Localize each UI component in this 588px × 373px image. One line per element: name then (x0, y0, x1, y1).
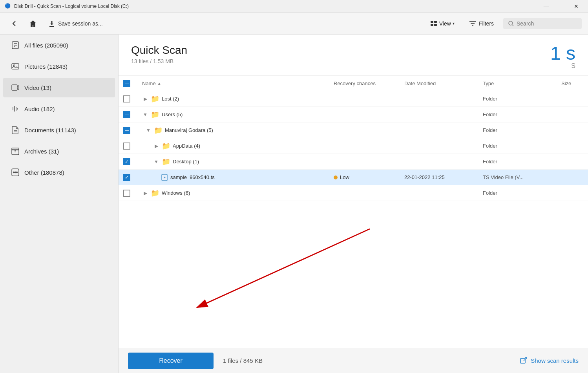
row-windows-checkbox[interactable] (123, 190, 130, 197)
row-desktop-checkbox-cell[interactable] (119, 156, 137, 168)
toolbar-right: View ▾ Filters (425, 17, 582, 30)
row-sample-name-cell[interactable]: sample_960x540.ts (137, 172, 329, 183)
bottom-bar: Recover 1 files / 845 KB Show scan resul… (119, 348, 588, 373)
expand-arrow-icon[interactable]: ▼ (142, 112, 148, 117)
row-appdata-name-cell[interactable]: ▶ 📁 AppData (4) (137, 139, 329, 153)
svg-rect-3 (434, 24, 437, 26)
header-name[interactable]: Name ▲ (137, 76, 329, 91)
row-desktop-checkbox[interactable] (123, 158, 130, 165)
files-count: 1 files / 845 KB (223, 357, 510, 364)
view-button[interactable]: View ▾ (425, 17, 459, 30)
row-windows-date (400, 191, 478, 196)
back-button[interactable] (6, 17, 22, 30)
search-box (503, 18, 582, 29)
minimize-button[interactable]: — (539, 3, 554, 9)
sidebar-item-pictures[interactable]: Pictures (12843) (3, 57, 115, 76)
sort-arrow-icon: ▲ (157, 81, 161, 86)
row-users-date (400, 112, 478, 117)
row-manuviraj-checkbox[interactable] (123, 127, 130, 134)
header-type: Type (478, 76, 557, 91)
main-layout: All files (205090) Pictures (12843) Vide… (0, 35, 588, 373)
header-name-label: Name (142, 80, 156, 86)
expand-arrow-icon[interactable]: ▼ (145, 128, 152, 133)
row-lost-checkbox-cell[interactable] (119, 93, 137, 105)
row-sample-checkbox-cell[interactable] (119, 172, 137, 183)
row-users-checkbox[interactable] (123, 111, 130, 118)
content-header-left: Quick Scan 13 files / 1.53 MB (131, 44, 187, 64)
save-session-button[interactable]: Save session as... (44, 17, 107, 30)
home-icon (29, 20, 37, 27)
svg-rect-0 (431, 21, 433, 23)
select-all-checkbox[interactable] (123, 80, 130, 87)
scan-count-label: S (550, 63, 575, 69)
title-bar-text: Disk Drill - Quick Scan - Logical volume… (14, 4, 129, 9)
expand-arrow-icon[interactable]: ▼ (153, 159, 159, 165)
filters-button[interactable]: Filters (464, 17, 499, 30)
row-appdata-checkbox[interactable] (123, 143, 130, 150)
home-button[interactable] (25, 17, 41, 30)
expand-arrow-icon[interactable]: ▶ (153, 143, 159, 149)
pictures-label: Pictures (12843) (24, 63, 68, 70)
video-label: Video (13) (24, 84, 51, 91)
expand-arrow-icon[interactable]: ▶ (142, 190, 148, 196)
row-lost-name-cell[interactable]: ▶ 📁 Lost (2) (137, 92, 329, 106)
row-manuviraj-name: Manuviraj Godara (5) (165, 127, 213, 133)
row-windows-checkbox-cell[interactable] (119, 187, 137, 199)
close-button[interactable]: ✕ (569, 3, 583, 9)
archives-icon (11, 147, 20, 155)
table-row: ▶ 📁 Lost (2) Folder (119, 91, 588, 107)
row-sample-checkbox[interactable] (123, 174, 130, 181)
show-scan-icon (520, 357, 528, 365)
archives-label: Archives (31) (24, 148, 59, 155)
sidebar-item-other[interactable]: Other (180878) (3, 163, 115, 182)
row-manuviraj-name-cell[interactable]: ▼ 📁 Manuviraj Godara (5) (137, 124, 329, 137)
sidebar-item-video[interactable]: Video (13) (3, 78, 115, 97)
sidebar-item-archives[interactable]: Archives (31) (3, 141, 115, 161)
sidebar-item-audio[interactable]: Audio (182) (3, 99, 115, 119)
svg-point-22 (13, 172, 15, 173)
row-sample-date-text: 22-01-2022 11:25 (404, 174, 445, 180)
video-icon (11, 83, 20, 92)
sidebar-item-documents[interactable]: Documents (11143) (3, 120, 115, 140)
folder-icon: 📁 (151, 189, 159, 197)
content-header: Quick Scan 13 files / 1.53 MB 1 s S (119, 35, 588, 76)
row-desktop-name-cell[interactable]: ▼ 📁 Desktop (1) (137, 155, 329, 168)
row-desktop-date (400, 159, 478, 164)
header-recovery: Recovery chances (329, 76, 400, 91)
row-desktop-size (557, 159, 588, 164)
row-windows-size (557, 191, 588, 196)
expand-arrow-icon[interactable]: ▶ (142, 96, 148, 102)
svg-rect-28 (520, 358, 525, 363)
row-lost-checkbox[interactable] (123, 95, 130, 102)
search-input[interactable] (517, 20, 575, 27)
table-row: sample_960x540.ts Low 22-01-2022 11:25 T… (119, 170, 588, 185)
row-windows-recovery (329, 191, 400, 196)
svg-point-24 (16, 172, 18, 173)
svg-rect-1 (434, 21, 437, 23)
other-icon (11, 168, 20, 177)
show-scan-results-button[interactable]: Show scan results (520, 357, 579, 365)
search-icon (508, 20, 514, 27)
scan-count: 1 s (550, 43, 575, 64)
row-lost-size (557, 97, 588, 101)
audio-label: Audio (182) (24, 106, 55, 112)
row-users-checkbox-cell[interactable] (119, 109, 137, 121)
row-users-name-cell[interactable]: ▼ 📁 Users (5) (137, 108, 329, 121)
download-icon (48, 20, 56, 27)
recover-button[interactable]: Recover (128, 353, 214, 369)
row-windows-name-cell[interactable]: ▶ 📁 Windows (6) (137, 186, 329, 200)
maximize-button[interactable]: □ (555, 3, 568, 9)
row-manuviraj-checkbox-cell[interactable] (119, 124, 137, 136)
header-date: Date Modified (400, 76, 478, 91)
sidebar-item-all-files[interactable]: All files (205090) (3, 35, 115, 55)
row-windows-name: Windows (6) (162, 190, 190, 196)
row-appdata-checkbox-cell[interactable] (119, 140, 137, 152)
row-sample-name: sample_960x540.ts (170, 174, 215, 180)
table-header: Name ▲ Recovery chances Date Modified Ty… (119, 76, 588, 91)
svg-point-7 (509, 21, 513, 25)
row-sample-size (557, 175, 588, 180)
table-row: ▶ 📁 AppData (4) Folder (119, 138, 588, 154)
all-files-label: All files (205090) (24, 42, 68, 49)
all-files-icon (11, 41, 20, 49)
row-manuviraj-recovery (329, 128, 400, 133)
